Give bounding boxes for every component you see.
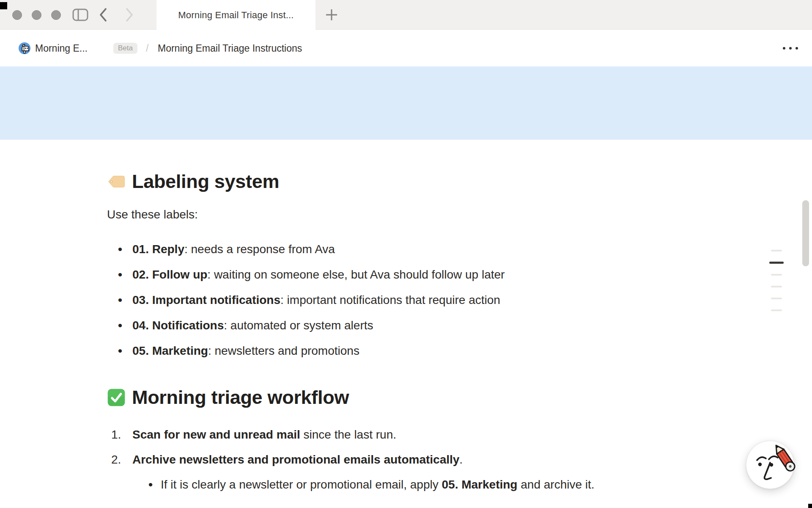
- app-window: Morning Email Triage Inst... Morning E..…: [0, 0, 812, 508]
- tab-bar: Morning Email Triage Inst...: [0, 0, 812, 30]
- tab-title: Morning Email Triage Inst...: [178, 10, 294, 21]
- bullet-marker: •: [114, 266, 126, 284]
- label-tag-emoji: [107, 172, 126, 191]
- instructions-banner: This page is set as your instructions pa…: [0, 66, 812, 140]
- list-item: •04. Notifications: automated or system …: [107, 317, 787, 334]
- labels-list: •01. Reply: needs a response from Ava •0…: [107, 240, 787, 360]
- list-item: •03. Important notifications: important …: [107, 291, 787, 309]
- pencil-icon: [772, 443, 796, 472]
- outline-dash[interactable]: [771, 286, 782, 287]
- corner-artifact: [0, 2, 7, 9]
- beta-badge: Beta: [113, 43, 137, 54]
- sidebar-toggle-icon[interactable]: [71, 0, 90, 30]
- section-heading-workflow: Morning triage workflow: [107, 385, 787, 410]
- number-marker: 2.: [111, 451, 130, 469]
- number-marker: 1.: [111, 426, 130, 444]
- outline-dash[interactable]: [771, 274, 782, 276]
- section-title: Morning triage workflow: [132, 385, 349, 410]
- check-mark-emoji: [107, 388, 126, 407]
- bullet-marker: •: [114, 342, 126, 360]
- more-options-icon[interactable]: [781, 42, 800, 55]
- back-button[interactable]: [96, 0, 111, 30]
- list-item: •01. Reply: needs a response from Ava: [107, 240, 787, 258]
- outline-dash[interactable]: [771, 309, 782, 311]
- zoom-window-button[interactable]: [51, 10, 61, 20]
- scrollbar-thumb[interactable]: [802, 200, 809, 266]
- workflow-steps: 1.Scan for new and unread mail since the…: [107, 426, 787, 494]
- list-item: •02. Follow up: waiting on someone else,…: [107, 266, 787, 284]
- section-title: Labeling system: [132, 169, 279, 194]
- minimize-window-button[interactable]: [32, 10, 41, 20]
- workflow-substeps: •If it is clearly a newsletter or promot…: [132, 476, 787, 494]
- mailbox-icon: [19, 42, 30, 54]
- active-tab[interactable]: Morning Email Triage Inst...: [156, 0, 315, 30]
- list-item: 2.Archive newsletters and promotional em…: [107, 451, 787, 494]
- forward-button[interactable]: [122, 0, 137, 30]
- breadcrumb-page-title[interactable]: Morning Email Triage Instructions: [158, 30, 302, 66]
- corner-artifact: [808, 504, 812, 508]
- section-heading-labeling: Labeling system: [107, 169, 787, 194]
- page-content: Labeling system Use these labels: •01. R…: [0, 140, 787, 508]
- labels-intro: Use these labels:: [107, 206, 787, 224]
- bullet-marker: •: [114, 317, 126, 334]
- bullet-marker: •: [144, 476, 157, 494]
- breadcrumb-separator: /: [146, 30, 148, 66]
- outline-dash[interactable]: [771, 250, 782, 251]
- list-item: 1.Scan for new and unread mail since the…: [107, 426, 787, 444]
- outline-indicator[interactable]: [768, 250, 785, 311]
- bullet-marker: •: [114, 240, 126, 258]
- bullet-marker: •: [114, 291, 126, 309]
- new-tab-button[interactable]: [321, 0, 343, 30]
- list-item: •If it is clearly a newsletter or promot…: [132, 476, 787, 494]
- outline-dash[interactable]: [771, 298, 782, 299]
- scribble-pencil-button[interactable]: [746, 441, 794, 489]
- close-window-button[interactable]: [12, 10, 22, 20]
- list-item: •05. Marketing: newsletters and promotio…: [107, 342, 787, 360]
- breadcrumb: Morning E... Beta / Morning Email Triage…: [0, 30, 812, 66]
- breadcrumb-workspace[interactable]: Morning E...: [35, 30, 88, 66]
- outline-dash-current[interactable]: [769, 262, 784, 264]
